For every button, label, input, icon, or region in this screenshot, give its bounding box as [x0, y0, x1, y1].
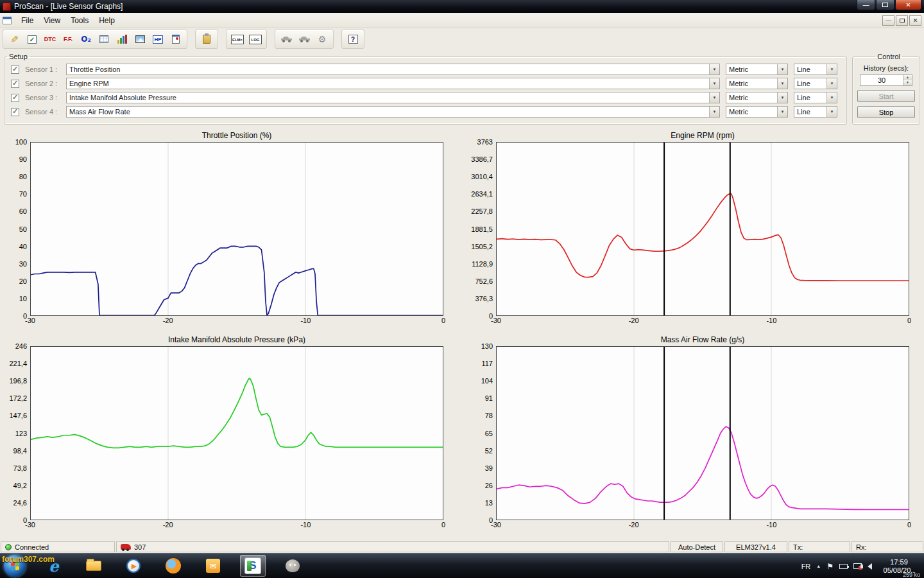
- language-indicator[interactable]: FR: [801, 563, 811, 570]
- sensor-3-select[interactable]: Intake Manifold Absolute Pressure▼: [66, 92, 720, 103]
- connection-status: Connected: [15, 543, 49, 551]
- toolbar-settings-button[interactable]: ⚙: [313, 31, 331, 48]
- mdi-close-button[interactable]: ✕: [909, 15, 921, 26]
- sensor-1-label: Sensor 1 :: [25, 66, 60, 73]
- toolbar-pencil-button[interactable]: ✎: [5, 31, 23, 48]
- title-bar: ProScan - [Live Sensor Graphs] — ✕: [0, 0, 924, 13]
- toolbar-report-button[interactable]: [167, 31, 185, 48]
- sensor-3-style-value: Line: [797, 94, 826, 101]
- taskbar-outlook[interactable]: ✉: [200, 555, 226, 577]
- y-tick-label: 376,3: [475, 295, 493, 302]
- sensor-2-unit-select[interactable]: Metric▼: [726, 78, 788, 89]
- y-tick-label: 104: [481, 377, 493, 385]
- rx-cell: Rx:: [851, 541, 923, 552]
- o2-sensor-icon: O₂: [81, 35, 90, 44]
- folder-icon: [86, 561, 101, 571]
- sensor-1-checkbox[interactable]: [11, 66, 19, 74]
- sensor-1-style-select[interactable]: Line▼: [794, 64, 837, 75]
- action-center-flag-icon[interactable]: ⚑: [826, 562, 834, 571]
- sensor-2-select[interactable]: Engine RPM▼: [66, 78, 720, 89]
- bar-chart-icon: [117, 35, 127, 44]
- taskbar-explorer[interactable]: [81, 555, 107, 577]
- y-tick-label: 49,2: [13, 482, 27, 489]
- toolbar-interface-group: ELM> LOG: [226, 30, 267, 49]
- y-tick-label: 221,4: [9, 360, 27, 367]
- toolbar-disconnect-vehicle-button[interactable]: [295, 31, 313, 48]
- toolbar-hp-button[interactable]: HP: [149, 31, 167, 48]
- plot-area[interactable]: [30, 142, 443, 316]
- x-tick-label: -30: [25, 317, 35, 324]
- y-tick-label: 39: [485, 464, 493, 472]
- history-spinner[interactable]: 30 ▲▼: [860, 74, 912, 86]
- start-button[interactable]: Start: [857, 90, 915, 102]
- sensor-4-style-select[interactable]: Line▼: [794, 106, 837, 118]
- mdi-minimize-button[interactable]: —: [882, 15, 894, 26]
- toolbar-line-graph-button[interactable]: [131, 31, 149, 48]
- sensor-2-checkbox[interactable]: [11, 80, 19, 88]
- chart-title: Throttle Position (%): [1, 131, 443, 142]
- spinner-up-icon[interactable]: ▲: [903, 75, 912, 80]
- y-tick-label: 246: [15, 342, 27, 350]
- toolbar-clipboard-button[interactable]: [198, 31, 216, 48]
- sensor-4-checkbox[interactable]: [11, 108, 19, 116]
- sensor-4-unit-select[interactable]: Metric▼: [726, 106, 788, 118]
- chevron-down-icon: ▼: [826, 78, 837, 89]
- maximize-button[interactable]: [876, 0, 894, 10]
- taskbar-firefox[interactable]: [160, 555, 186, 577]
- toolbar-help-button[interactable]: ?: [344, 31, 362, 48]
- toolbar-bar-graph-button[interactable]: [113, 31, 131, 48]
- volume-icon[interactable]: [868, 563, 872, 570]
- toolbar-elm-button[interactable]: ELM>: [228, 31, 246, 48]
- battery-icon[interactable]: [839, 564, 848, 569]
- sensor-2-style-select[interactable]: Line▼: [794, 78, 837, 89]
- taskbar-gimp[interactable]: [280, 555, 305, 577]
- chevron-down-icon: ▼: [709, 107, 719, 117]
- toolbar-freeze-frame-button[interactable]: F.F.: [59, 31, 77, 48]
- x-tick-label: -30: [491, 521, 501, 529]
- setup-legend: Setup: [7, 53, 30, 60]
- toolbar-log-button[interactable]: LOG: [246, 31, 264, 48]
- toolbar-connect-vehicle-button[interactable]: [277, 31, 295, 48]
- y-tick-label: 172,2: [9, 394, 27, 402]
- chart-intake-map: Intake Manifold Absolute Pressure (kPa) …: [1, 335, 443, 530]
- menu-view[interactable]: View: [38, 14, 65, 27]
- menu-file[interactable]: File: [16, 14, 38, 27]
- sensor-1-unit-select[interactable]: Metric▼: [726, 64, 788, 75]
- auto-detect-cell: Auto-Detect: [671, 541, 723, 552]
- taskbar-media-player[interactable]: ▶: [121, 555, 146, 577]
- toolbar-sensor-check-button[interactable]: ✓: [23, 31, 41, 48]
- toolbar-vehicle-group: ⚙: [275, 30, 334, 49]
- menu-help[interactable]: Help: [94, 14, 120, 27]
- sensor-2-style-value: Line: [797, 80, 826, 87]
- spinner-down-icon[interactable]: ▼: [903, 80, 912, 85]
- mdi-child-icon[interactable]: [3, 17, 12, 24]
- sensor-3-unit-select[interactable]: Metric▼: [726, 92, 788, 103]
- stop-button[interactable]: Stop: [857, 106, 915, 118]
- y-tick-label: 117: [481, 360, 493, 367]
- plot-area[interactable]: [30, 346, 443, 520]
- taskbar-proscan[interactable]: S: [240, 555, 266, 577]
- minimize-button[interactable]: —: [857, 0, 875, 10]
- sensor-4-select[interactable]: Mass Air Flow Rate▼: [66, 106, 720, 118]
- x-tick-label: -20: [163, 317, 173, 324]
- toolbar-o2-button[interactable]: O₂: [77, 31, 95, 48]
- sensor-3-checkbox[interactable]: [11, 94, 19, 102]
- chevron-down-icon: ▼: [709, 78, 719, 89]
- x-axis: -30-20-100: [496, 521, 909, 530]
- toolbar-dtc-button[interactable]: DTC: [41, 31, 59, 48]
- plot-area[interactable]: [496, 346, 909, 520]
- close-button[interactable]: ✕: [895, 0, 921, 10]
- sensor-3-style-select[interactable]: Line▼: [794, 92, 837, 103]
- checklist-icon: ✓: [28, 35, 37, 44]
- menu-tools[interactable]: Tools: [65, 14, 94, 27]
- toolbar-table-button[interactable]: [95, 31, 113, 48]
- app-icon[interactable]: [3, 3, 11, 11]
- y-tick-label: 13: [485, 499, 493, 507]
- freeze-frame-icon: F.F.: [64, 36, 73, 42]
- mdi-restore-button[interactable]: [896, 15, 908, 26]
- proscan-window: ProScan - [Live Sensor Graphs] — ✕ File …: [0, 0, 924, 578]
- plot-area[interactable]: [496, 142, 909, 316]
- sensor-1-select[interactable]: Throttle Position▼: [66, 64, 720, 75]
- chevron-up-icon[interactable]: ▲: [816, 564, 821, 568]
- sensor-4-unit-value: Metric: [729, 108, 777, 116]
